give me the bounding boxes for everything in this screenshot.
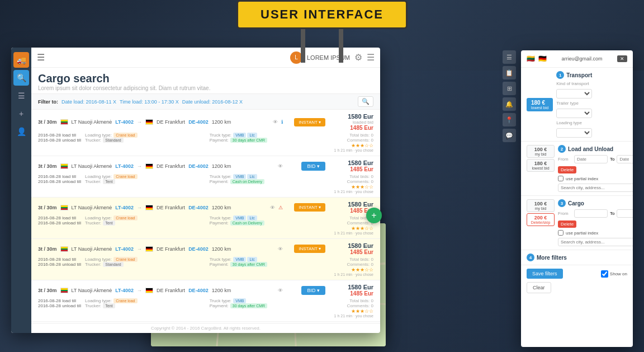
cargo-title[interactable]: 3 Cargo [558,199,633,207]
show-on-check: Show on [601,270,627,278]
from-flag [60,288,68,293]
trailer-select[interactable] [556,109,592,118]
bid-button[interactable]: BID ▾ [301,286,325,295]
instant-button[interactable]: INSTANT ▾ [294,245,325,253]
search-addr-row-2: 🔍 [558,238,633,246]
sign-container: USER INTERFACE [236,0,408,63]
eye-icon[interactable]: 👁 [270,205,275,210]
to-city: DE Frankfurt [157,205,185,210]
more-filters-section: 4 More filters [521,250,633,265]
eye-icon[interactable]: 👁 [273,119,278,125]
filter-time-load[interactable]: Time load: 13:00 - 17:30 X [120,99,179,105]
from-code: LT-4002 [115,163,134,169]
filter-bar: Filter to: Date load: 2016-08-11 X Time … [31,93,380,110]
instant-button[interactable]: INSTANT ▾ [294,118,325,126]
from-city: LT Nauoji Akmenė [72,205,112,210]
from-row: From To [558,155,633,163]
table-row: 3t / 30m LT Nauoji Akmenė LT-4002 → DE F… [31,239,380,280]
sign-posts [301,29,343,63]
transport-label: Transport [566,72,592,78]
right-icon-6[interactable]: 💬 [503,129,516,142]
price-main: 1580 Eur [329,201,373,208]
loading-field: Loading type [556,120,592,138]
green-fab-button[interactable]: + [366,208,382,223]
delete-button-2[interactable]: Delete [558,220,576,228]
unload-date: 2016-08-28 unload till [38,179,83,184]
eye-icon[interactable]: 👁 [278,288,283,293]
partial-checkbox[interactable] [558,176,564,181]
footer-text: Copyright © 2014 - 2016 CargoBird. All r… [151,326,261,331]
price-alt: 1485 Eur [329,125,373,131]
right-icon-2[interactable]: 📋 [503,66,516,79]
more-title[interactable]: 4 More filters [527,254,627,261]
right-icon-3[interactable]: ⊞ [503,82,516,95]
save-filters-button[interactable]: Save filters [527,269,563,279]
info-icon[interactable]: ℹ [281,119,283,125]
eye-icon[interactable]: 👁 [278,246,283,252]
search-addr-input[interactable] [558,184,633,192]
to-date-input[interactable] [617,155,633,163]
kind-select[interactable] [556,89,592,98]
sidebar-icon-list[interactable]: ☰ [13,88,29,104]
right-icon-4[interactable]: 🔔 [503,97,516,111]
filter-date-unload[interactable]: Date unload: 2016-08-12 X [182,99,243,105]
row-line1: 3t / 30m LT Nauoji Akmenė LT-4002 → DE F… [38,159,373,172]
sign-board: USER INTERFACE [236,0,408,29]
left-price-1: 180 € lowest bid [527,98,553,111]
sidebar-icon-plus[interactable]: + [13,106,29,121]
transport-title[interactable]: 1 Transport [556,71,592,79]
load-unload-title[interactable]: 2 Load and Unload [558,145,633,153]
section-row: 180 € lowest bid 1 Transport Kind of tra… [527,71,627,138]
loading-select[interactable] [556,128,592,138]
info-col: Loading type: Crane load Trucker: Tent [85,174,207,184]
cargo-weight: 3t / 30m [38,288,57,293]
panel-close-button[interactable]: ✕ [617,55,627,62]
distance: 1200 km [212,205,231,210]
filter-search-button[interactable]: 🔍 [358,96,373,107]
from-date-input-2[interactable] [574,209,608,218]
table-row: 3t / 30m LT Nauoji Akmenė LT-4002 → DE F… [31,198,380,239]
sidebar-icon-search[interactable]: 🔍 [13,70,29,86]
bid-button[interactable]: BID ▾ [301,162,325,171]
page-subtitle: Lorem ipsum sit dolor consectetur adipis… [38,85,373,91]
row-line1: 3t / 30m LT Nauoji Akmenė LT-4002 → DE F… [38,284,373,297]
from-date-input[interactable] [574,155,608,163]
delete-button[interactable]: Delete [558,166,576,173]
from-city: LT Nauoji Akmenė [72,119,112,125]
eye-icon[interactable]: 👁 [278,163,283,169]
transport-section: 180 € lowest bid 1 Transport Kind of tra… [521,68,633,142]
instant-button[interactable]: INSTANT ▾ [294,203,325,212]
to-date-input-2[interactable] [617,209,633,218]
show-on-checkbox[interactable] [601,270,608,278]
sidebar-icon-truck[interactable]: 🚚 [13,52,29,68]
date-col: 2016-08-28 load till 2016-08-28 unload t… [38,257,83,267]
flag-icon-lt: 🇱🇹 [527,55,535,63]
cargo-search-window: 🚚 🔍 ☰ + 👤 ☰ L LOREM IPSUM ⚙ ☰ Cargo sear… [11,48,380,333]
to-code: DE-4002 [188,163,209,169]
right-icon-1[interactable]: ☰ [503,50,516,64]
page-title: Cargo search [38,72,373,85]
action-col: INSTANT ▾ [286,245,325,253]
panel-icons: 🇱🇹 🇩🇪 [527,55,547,63]
from-city: LT Nauoji Akmenė [72,246,112,252]
clear-button[interactable]: Clear [527,282,551,293]
filter-date-load[interactable]: Date load: 2016-08-11 X [61,99,116,105]
trucker-type: Standard [103,138,123,143]
row-meta: 1 h 21 min · you chose [334,148,373,152]
action-col: BID ▾ [286,286,325,295]
row-meta: 1 h 21 min · you chose [334,273,373,276]
filter-panel-header: 🇱🇹 🇩🇪 arrieu@gmail.com ✕ [521,50,633,68]
row-line2: 2016-08-28 load till 2016-08-28 unload t… [38,257,373,276]
sign-post-right [339,29,343,63]
price-col: 1580 Eur 1485 Eur [329,284,373,297]
right-icon-5[interactable]: 📍 [503,113,516,126]
search-addr-input-2[interactable] [558,238,633,246]
sign-label: USER INTERFACE [261,7,383,21]
action-col: BID ▾ [286,162,325,171]
section-number-1: 1 [556,71,564,79]
partial-checkbox-2[interactable] [558,230,564,236]
sidebar-icon-user[interactable]: 👤 [13,124,29,139]
to-code: DE-4002 [188,205,209,210]
menu-icon[interactable]: ☰ [37,52,45,63]
price-col: 1580 Eur 1485 Eur [329,242,373,255]
